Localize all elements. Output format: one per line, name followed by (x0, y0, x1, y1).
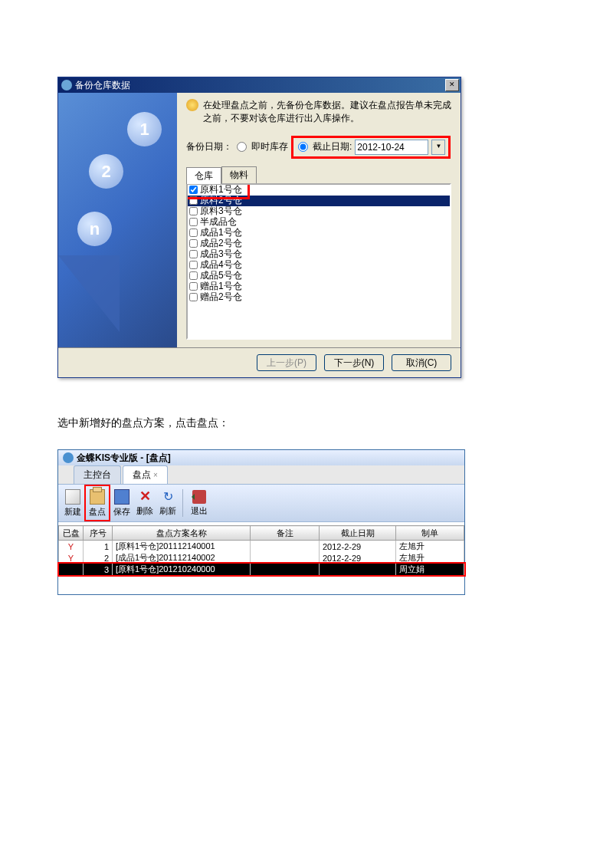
warehouse-checkbox[interactable] (189, 239, 198, 248)
warehouse-checkbox[interactable] (189, 229, 198, 237)
delete-button[interactable]: ✕ 删除 (133, 486, 156, 520)
dialog-titlebar[interactable]: 备份仓库数据 ✕ (58, 77, 461, 93)
warehouse-checkbox[interactable] (189, 293, 198, 301)
radio-instant[interactable] (237, 142, 247, 152)
warehouse-checkbox[interactable] (189, 271, 198, 280)
table-row[interactable]: Y1[原料1号仓]2011121400012012-2-29左旭升 (59, 541, 464, 553)
backup-warehouse-dialog: 备份仓库数据 ✕ 1 2 n 在处理盘点之前，先备份仓库数据。建议在盘点报告单未… (57, 77, 461, 378)
exit-icon (192, 490, 206, 504)
kis-inventory-window: 金蝶KIS专业版 - [盘点] 主控台 盘点 × 新建 盘点 保存 ✕ 删除 (57, 449, 465, 595)
col-plan[interactable]: 盘点方案名称 (113, 526, 251, 541)
warehouse-checkbox[interactable] (189, 250, 198, 258)
dialog-title: 备份仓库数据 (75, 79, 445, 92)
table-row[interactable]: 3[原料1号仓]201210240000周立娟 (59, 564, 464, 575)
col-done[interactable]: 已盘 (59, 526, 84, 541)
close-icon[interactable]: × (153, 471, 158, 479)
step-1-circle: 1 (127, 112, 162, 146)
tab-material[interactable]: 物料 (221, 166, 257, 183)
cancel-button[interactable]: 取消(C) (392, 354, 451, 371)
save-button[interactable]: 保存 (110, 486, 133, 520)
refresh-button[interactable]: ↻ 刷新 (156, 486, 179, 520)
backup-date-label: 备份日期： (186, 140, 232, 153)
warehouse-listbox[interactable]: 原料1号仓原料2号仓原料3号仓半成品仓成品1号仓成品2号仓成品3号仓成品4号仓成… (186, 183, 451, 340)
exit-button[interactable]: 退出 (188, 486, 211, 520)
table-header-row: 已盘 序号 盘点方案名称 备注 截止日期 制单 (59, 526, 464, 541)
folder-open-icon (90, 489, 105, 505)
next-button[interactable]: 下一步(N) (324, 354, 384, 371)
wizard-graphic: 1 2 n (58, 93, 177, 347)
warehouse-checkbox[interactable] (189, 186, 198, 194)
chevron-down-icon[interactable]: ▼ (431, 140, 445, 155)
table-row[interactable]: Y2[成品1号仓]2011121400022012-2-29左旭升 (59, 552, 464, 564)
save-icon (114, 489, 129, 505)
radio-cutoff-label: 截止日期: (313, 140, 352, 153)
warehouse-checkbox[interactable] (189, 218, 198, 226)
list-item[interactable]: 赠品2号仓 (188, 292, 450, 303)
tab-warehouse[interactable]: 仓库 (186, 167, 221, 184)
toolbar: 新建 盘点 保存 ✕ 删除 ↻ 刷新 退出 (58, 484, 464, 522)
warehouse-checkbox[interactable] (189, 196, 198, 205)
col-remark[interactable]: 备注 (251, 526, 320, 541)
step-2-circle: 2 (89, 154, 123, 189)
col-cutoff[interactable]: 截止日期 (320, 526, 396, 541)
lightbulb-icon (186, 99, 198, 111)
refresh-icon: ↻ (161, 490, 175, 504)
tab-inventory-count[interactable]: 盘点 × (123, 465, 168, 484)
window2-title: 金蝶KIS专业版 - [盘点] (77, 452, 171, 465)
warehouse-checkbox[interactable] (189, 207, 198, 215)
toolbar-separator (182, 489, 185, 517)
cutoff-date-input[interactable] (355, 140, 428, 155)
app-icon (61, 80, 72, 90)
col-seq[interactable]: 序号 (84, 526, 113, 541)
warehouse-checkbox[interactable] (189, 282, 198, 291)
new-icon (65, 489, 80, 505)
tab-main-console[interactable]: 主控台 (74, 465, 121, 484)
hint-text: 在处理盘点之前，先备份仓库数据。建议在盘点报告单未完成之前，不要对该仓库进行出入… (203, 99, 451, 125)
close-icon[interactable]: ✕ (445, 79, 459, 91)
app-icon (63, 452, 74, 463)
highlight-count-button: 盘点 (84, 485, 110, 521)
col-maker[interactable]: 制单 (396, 526, 464, 541)
window2-titlebar[interactable]: 金蝶KIS专业版 - [盘点] (58, 450, 464, 465)
inventory-plans-table[interactable]: 已盘 序号 盘点方案名称 备注 截止日期 制单 Y1[原料1号仓]2011121… (58, 525, 464, 575)
instruction-text: 选中新增好的盘点方案，点击盘点： (57, 416, 556, 430)
prev-button[interactable]: 上一步(P) (257, 354, 316, 371)
document-tabs: 主控台 盘点 × (58, 465, 464, 484)
radio-instant-label: 即时库存 (251, 140, 288, 153)
new-button[interactable]: 新建 (61, 486, 84, 520)
warehouse-name: 赠品2号仓 (200, 291, 242, 304)
radio-cutoff[interactable] (298, 142, 308, 152)
highlight-cutoff-date: 截止日期: ▼ (291, 136, 451, 159)
count-button[interactable]: 盘点 (86, 486, 109, 520)
warehouse-checkbox[interactable] (189, 261, 198, 269)
delete-icon: ✕ (138, 490, 152, 504)
step-n-circle: n (77, 212, 112, 246)
